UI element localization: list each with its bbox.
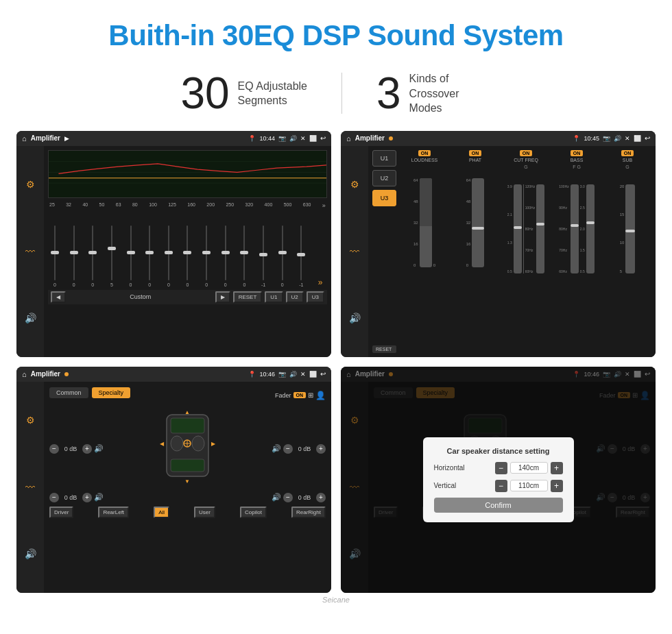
vertical-value-box: 110cm [510,480,548,491]
location-icon-3: 📍 [248,371,256,378]
eq-icon-window: ⬜ [309,135,317,142]
vertical-plus[interactable]: + [551,480,563,492]
cutfreq-on[interactable]: ON [520,150,533,156]
speaker-sidebar-settings[interactable]: ⚙ [23,413,38,428]
vertical-minus[interactable]: − [495,480,507,492]
crossover-sidebar-wave[interactable]: 〰 [347,244,362,259]
eq-slider-1[interactable]: 0 [69,225,80,287]
eq-sidebar-settings[interactable]: ⚙ [23,177,38,192]
dialog-vertical-label: Vertical [434,482,472,489]
eq-slider-8[interactable]: 0 [201,225,212,287]
crossover-title: Amplifier [355,134,385,142]
back-icon-eq[interactable]: ↩ [320,134,326,142]
home-icon[interactable]: ⌂ [22,134,27,143]
eq-slider-13[interactable]: -1 [296,225,307,287]
crossover-sidebar-settings[interactable]: ⚙ [347,177,362,192]
horizontal-minus[interactable]: − [495,462,507,474]
svg-rect-0 [49,151,326,197]
zone-user[interactable]: User [194,507,215,518]
zone-all[interactable]: All [154,507,169,518]
horizontal-value-box: 140cm [510,462,548,474]
eq-slider-7[interactable]: 0 [182,225,193,287]
crossover-channels: ON LOUDNESS 644832160 0 [400,150,651,353]
fader-label: Fader [275,392,291,399]
speaker-sidebar-wave[interactable]: 〰 [23,480,38,495]
fader-on-badge[interactable]: ON [293,392,307,398]
phat-on[interactable]: ON [469,150,482,156]
stat-eq-desc: EQ Adjustable Segments [238,79,307,108]
fl-plus[interactable]: + [82,444,92,454]
back-icon-crossover[interactable]: ↩ [645,134,650,142]
eq-sidebar-vol[interactable]: 🔊 [23,310,38,326]
tab-specialty[interactable]: Specialty [92,387,131,398]
fr-plus[interactable]: + [316,444,326,454]
eq-next-btn[interactable]: ▶ [215,291,230,303]
fl-minus[interactable]: − [49,444,59,454]
tab-common[interactable]: Common [49,387,88,398]
horizontal-plus[interactable]: + [551,462,563,474]
volume-icon-3: 🔊 [289,371,297,378]
eq-slider-0[interactable]: 0 [49,225,60,287]
screen-eq: ⌂ Amplifier ▶ 📍 10:44 📷 🔊 ✕ ⬜ ↩ ⚙ 〰 🔊 [16,131,331,357]
sub-slider[interactable] [625,184,635,273]
stat-crossover-number: 3 [376,71,401,115]
eq-slider-5[interactable]: 0 [144,225,155,287]
eq-slider-9[interactable]: 0 [220,225,231,287]
fader-icon: ⊞ [308,391,313,399]
eq-sidebar: ⚙ 〰 🔊 [16,146,44,357]
rl-value: 0 dB [61,494,80,501]
dialog-title: Car speaker distance setting [434,447,563,455]
eq-reset-btn[interactable]: RESET [233,291,263,303]
back-icon-speaker[interactable]: ↩ [320,370,326,378]
crossover-sidebar-vol[interactable]: 🔊 [347,310,362,326]
eq-sidebar-wave[interactable]: 〰 [23,244,38,259]
rr-minus[interactable]: − [283,493,293,502]
phat-slider[interactable] [472,178,484,267]
sub-on[interactable]: ON [621,150,634,156]
eq-prev-btn[interactable]: ◀ [51,291,66,303]
eq-bottom-bar: ◀ Custom ▶ RESET U1 U2 U3 [48,290,327,304]
eq-time: 10:44 [259,135,275,142]
eq-slider-10[interactable]: 0 [239,225,250,287]
cutfreq-slider-f[interactable] [536,184,544,273]
eq-u3-btn[interactable]: U3 [307,291,324,303]
preset-u2[interactable]: U2 [372,170,396,186]
eq-u2-btn[interactable]: U2 [286,291,304,303]
confirm-button[interactable]: Confirm [434,498,563,513]
crossover-main-area: U1 U2 U3 RESET ON LOUDNESS 644832160 [368,146,656,357]
zone-rearleft[interactable]: RearLeft [98,507,129,518]
fr-minus[interactable]: − [283,444,293,454]
speaker-time: 10:46 [259,371,275,378]
preset-u3[interactable]: U3 [372,190,396,206]
eq-slider-4[interactable]: 0 [125,225,136,287]
home-icon-2[interactable]: ⌂ [346,134,351,143]
cutfreq-slider-g[interactable] [514,184,522,273]
eq-slider-12[interactable]: 0 [277,225,288,287]
channel-sub: ON SUB G 2015105 [603,150,651,353]
zone-copilot[interactable]: Copilot [240,507,267,518]
crossover-status-dot [389,136,393,141]
dialog-horizontal-control: − 140cm + [495,462,563,474]
eq-slider-11[interactable]: -1 [258,225,269,287]
rl-plus[interactable]: + [82,493,92,502]
preset-u1[interactable]: U1 [372,150,396,167]
bass-slider-g[interactable] [586,184,595,273]
eq-slider-6[interactable]: 0 [163,225,174,287]
page-title: Buith-in 30EQ DSP Sound System [0,0,672,64]
speaker-sidebar-vol[interactable]: 🔊 [23,546,38,561]
zone-driver[interactable]: Driver [49,507,73,518]
eq-slider-14: » [315,278,326,287]
loudness-slider[interactable] [420,178,432,267]
zone-rearright[interactable]: RearRight [291,507,326,518]
home-icon-3[interactable]: ⌂ [22,370,27,378]
rr-plus[interactable]: + [316,493,326,502]
rl-minus[interactable]: − [49,493,59,502]
loudness-on[interactable]: ON [418,150,431,156]
preset-reset[interactable]: RESET [372,345,396,353]
rl-control: − 0 dB + 🔊 [49,493,104,502]
eq-u1-btn[interactable]: U1 [265,291,283,303]
bass-on[interactable]: ON [571,150,584,156]
eq-slider-3[interactable]: 5 [106,225,117,287]
bass-slider-f[interactable] [571,184,579,273]
eq-slider-2[interactable]: 0 [87,225,98,287]
